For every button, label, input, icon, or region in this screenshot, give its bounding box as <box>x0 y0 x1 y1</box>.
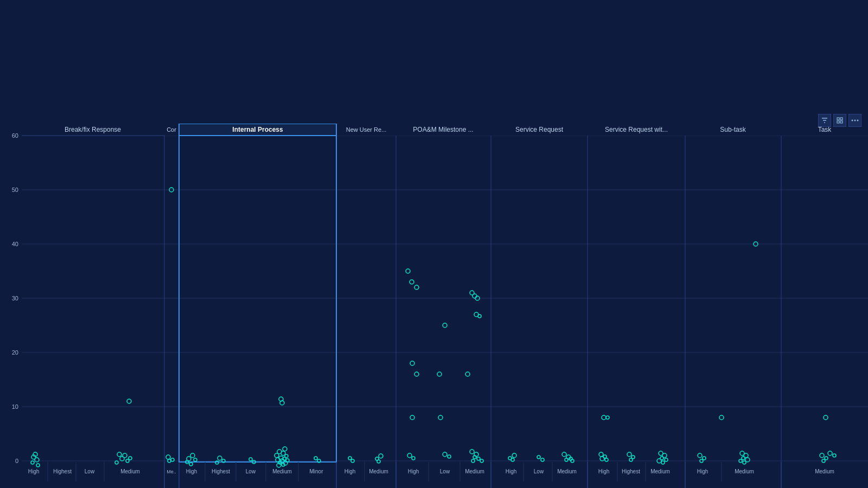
x-label-selected: Medium <box>650 468 670 474</box>
x-label: Highest <box>53 468 72 474</box>
x-label: Medium <box>465 468 484 474</box>
y-tick-0: 0 <box>15 458 18 464</box>
col-header-internal-process: Internal Process <box>232 126 283 133</box>
y-tick-60: 60 <box>12 132 18 139</box>
x-label: Low <box>85 468 95 474</box>
x-label: High <box>28 468 40 474</box>
more-button[interactable] <box>848 114 861 127</box>
svg-rect-6 <box>840 121 843 123</box>
x-label: High <box>697 468 709 474</box>
expand-button[interactable] <box>833 114 846 127</box>
col-header-new-user: New User Re... <box>346 126 387 133</box>
col-header-service-request-wit: Service Request wit... <box>605 126 668 133</box>
y-tick-20: 20 <box>12 349 18 356</box>
svg-point-8 <box>854 120 856 121</box>
col-header-task: Task <box>818 126 832 133</box>
svg-rect-5 <box>837 121 839 123</box>
x-label: Highest <box>212 468 230 474</box>
x-label: Low <box>440 468 450 474</box>
x-label: Low <box>246 468 256 474</box>
x-label: Medium <box>557 468 577 474</box>
x-label: High <box>344 468 356 474</box>
y-tick-30: 30 <box>12 295 18 301</box>
x-label: Highest <box>622 468 640 474</box>
x-label: Medium <box>815 468 834 474</box>
x-label: Medium <box>369 468 388 474</box>
col-header-corre: Cor <box>167 126 176 133</box>
x-label: Me.. <box>167 469 176 474</box>
x-label: High <box>598 468 610 474</box>
y-tick-40: 40 <box>12 241 18 247</box>
x-label: Medium <box>120 468 140 474</box>
col-header-breakfix: Break/fix Response <box>65 126 121 133</box>
top-area <box>0 0 868 119</box>
svg-point-7 <box>852 120 853 121</box>
svg-point-9 <box>857 120 859 121</box>
y-tick-10: 10 <box>12 403 18 410</box>
filter-button[interactable] <box>818 114 831 127</box>
x-label: Medium <box>272 468 292 474</box>
col-header-sub-task: Sub-task <box>720 126 746 133</box>
toolbar <box>818 114 861 127</box>
svg-rect-4 <box>840 118 843 120</box>
x-label: High <box>186 468 197 474</box>
svg-rect-3 <box>837 118 839 120</box>
col-header-service-request: Service Request <box>515 126 564 133</box>
main-chart: 60 50 40 30 20 10 0 Break/fix Response C… <box>0 124 868 488</box>
x-label: Low <box>534 468 544 474</box>
y-tick-50: 50 <box>12 187 18 193</box>
x-label: Medium <box>735 468 754 474</box>
x-label: High <box>408 468 419 474</box>
x-label: High <box>506 468 517 474</box>
svg-rect-10 <box>0 124 868 488</box>
x-label: Minor <box>309 468 323 474</box>
col-header-poam: POA&M Milestone ... <box>413 126 473 133</box>
